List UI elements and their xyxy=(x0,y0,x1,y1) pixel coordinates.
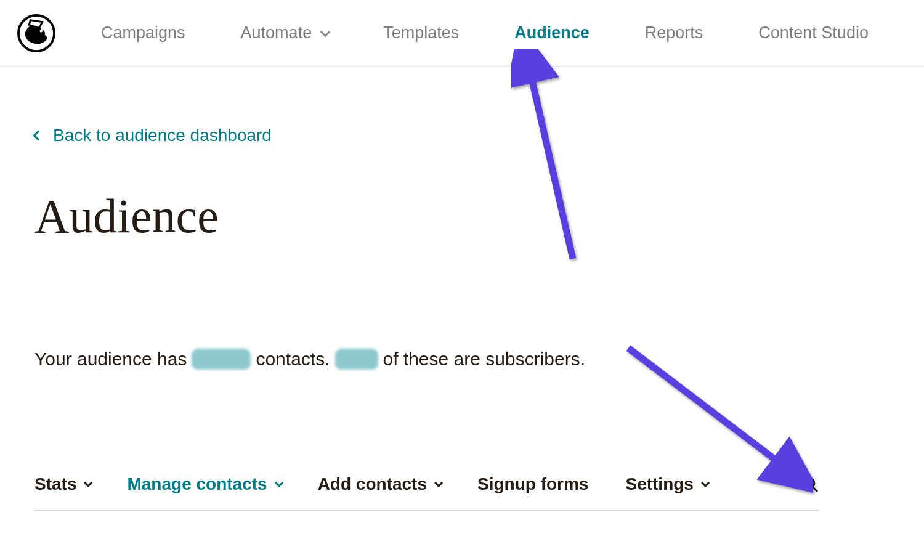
nav-automate[interactable]: Automate xyxy=(241,23,328,43)
subnav-stats[interactable]: Stats xyxy=(34,474,90,494)
redacted-subscriber-count xyxy=(335,349,378,370)
subnav-divider xyxy=(34,510,819,511)
nav-label: Audience xyxy=(514,23,590,43)
svg-line-3 xyxy=(813,487,817,492)
logo-mailchimp[interactable] xyxy=(17,14,55,52)
chevron-down-icon xyxy=(320,26,331,37)
chevron-down-icon xyxy=(434,479,443,487)
chevron-down-icon xyxy=(275,479,283,487)
chevron-down-icon xyxy=(84,479,93,487)
subnav-manage-contacts[interactable]: Manage contacts xyxy=(127,474,280,494)
mailchimp-logo-icon xyxy=(17,14,55,52)
nav-label: Campaigns xyxy=(101,23,185,43)
search-icon xyxy=(801,475,819,493)
search-button[interactable] xyxy=(801,475,819,493)
nav-reports[interactable]: Reports xyxy=(645,23,703,43)
back-link[interactable]: Back to audience dashboard xyxy=(34,126,272,145)
nav-templates[interactable]: Templates xyxy=(383,23,459,43)
summary-text: of these are subscribers. xyxy=(383,349,586,370)
audience-summary: Your audience has contacts. of these are… xyxy=(34,349,890,370)
page-content: Back to audience dashboard Audience Your… xyxy=(0,67,924,370)
summary-text: Your audience has xyxy=(34,349,187,370)
subnav-signup-forms[interactable]: Signup forms xyxy=(477,474,588,494)
subnav-label: Signup forms xyxy=(477,474,588,494)
subnav-settings[interactable]: Settings xyxy=(625,474,707,494)
chevron-left-icon xyxy=(33,131,44,141)
audience-subnav: Stats Manage contacts Add contacts Signu… xyxy=(34,474,924,511)
subnav-label: Manage contacts xyxy=(127,474,267,494)
subnav-label: Stats xyxy=(34,474,76,494)
nav-label: Reports xyxy=(645,23,703,43)
nav-label: Automate xyxy=(241,23,312,43)
chevron-down-icon xyxy=(701,479,710,487)
summary-text: contacts. xyxy=(256,349,330,370)
top-nav: Campaigns Automate Templates Audience Re… xyxy=(0,0,924,67)
nav-label: Content Studio xyxy=(758,23,869,43)
subnav-add-contacts[interactable]: Add contacts xyxy=(318,474,440,494)
nav-campaigns[interactable]: Campaigns xyxy=(101,23,185,43)
nav-items: Campaigns Automate Templates Audience Re… xyxy=(101,23,869,43)
subnav-label: Settings xyxy=(625,474,693,494)
back-link-label: Back to audience dashboard xyxy=(53,126,272,145)
nav-audience[interactable]: Audience xyxy=(514,23,590,43)
svg-point-1 xyxy=(39,29,43,32)
nav-label: Templates xyxy=(383,23,459,43)
subnav-label: Add contacts xyxy=(318,474,427,494)
redacted-contact-count xyxy=(192,349,251,370)
page-title: Audience xyxy=(34,189,890,244)
nav-content-studio[interactable]: Content Studio xyxy=(758,23,869,43)
